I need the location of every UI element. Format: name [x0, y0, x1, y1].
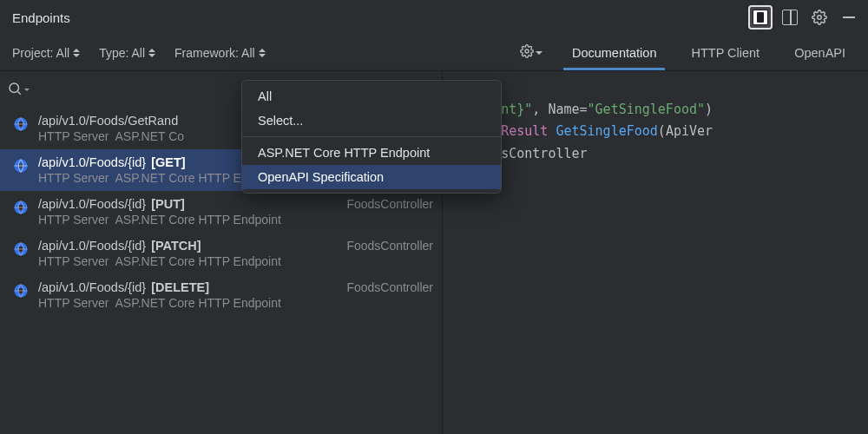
chevron-updown-icon [259, 49, 267, 57]
header-toolbar [748, 5, 861, 30]
endpoint-row[interactable]: /api/v1.0/Foods/{id} [PUT] FoodsControll… [0, 191, 442, 233]
project-filter[interactable]: Project: All [3, 43, 90, 63]
tab-documentation[interactable]: Documentation [556, 35, 673, 70]
chevron-down-icon[interactable] [24, 89, 30, 91]
framework-filter[interactable]: Framework: All [166, 43, 276, 63]
endpoint-path: /api/v1.0/Foods/{id} [38, 239, 146, 253]
endpoint-icon [12, 199, 30, 216]
popup-item-select[interactable]: Select... [242, 108, 501, 133]
documentation-panel: et] ("{id:int}", Name="GetSingleFood") A… [443, 71, 868, 434]
controller-name: FoodsController [346, 239, 433, 253]
svg-point-0 [818, 16, 822, 20]
tab-openapi[interactable]: OpenAPI [779, 35, 861, 70]
http-method: [PUT] [151, 197, 185, 211]
search-icon[interactable] [7, 81, 23, 99]
chevron-updown-icon [148, 49, 157, 57]
endpoint-path: /api/v1.0/Foods/GetRand [38, 114, 178, 128]
controller-name: FoodsController [346, 197, 433, 211]
http-method: [GET] [151, 155, 185, 169]
endpoint-row[interactable]: /api/v1.0/Foods/{id} [PATCH] FoodsContro… [0, 233, 442, 274]
svg-point-2 [10, 83, 19, 93]
type-filter[interactable]: Type: All [90, 43, 166, 63]
separator [242, 136, 501, 137]
endpoint-path: /api/v1.0/Foods/{id} [38, 280, 146, 294]
endpoint-row[interactable]: /api/v1.0/Foods/{id} [DELETE] FoodsContr… [0, 274, 442, 316]
http-method: [PATCH] [151, 239, 201, 253]
popup-item-all[interactable]: All [242, 84, 501, 108]
svg-point-1 [525, 49, 529, 53]
toolbar-settings-dropdown[interactable] [520, 44, 542, 61]
dock-right-button[interactable] [748, 5, 773, 30]
controller-name: FoodsController [346, 280, 433, 294]
endpoint-icon [12, 282, 30, 299]
endpoint-icon [12, 240, 30, 258]
endpoint-path: /api/v1.0/Foods/{id} [38, 197, 146, 211]
split-view-button[interactable] [778, 5, 802, 30]
popup-item-openapi[interactable]: OpenAPI Specification [242, 165, 501, 189]
endpoint-icon [12, 157, 30, 174]
code-snippet: et] ("{id:int}", Name="GetSingleFood") A… [446, 76, 865, 165]
filters-toolbar: Project: All Type: All Framework: All Do… [0, 35, 868, 71]
chevron-down-icon [536, 51, 542, 55]
tab-http-client[interactable]: HTTP Client [675, 35, 775, 70]
framework-filter-popup: All Select... ASP.NET Core HTTP Endpoint… [241, 80, 502, 194]
chevron-updown-icon [73, 49, 82, 57]
popup-item-aspnet[interactable]: ASP.NET Core HTTP Endpoint [242, 141, 501, 165]
endpoint-path: /api/v1.0/Foods/{id} [38, 155, 146, 169]
endpoint-icon [12, 115, 30, 133]
window-title: Endpoints [12, 10, 70, 25]
gear-icon [520, 44, 534, 61]
http-method: [DELETE] [151, 280, 209, 294]
settings-button[interactable] [807, 5, 832, 30]
minimize-button[interactable] [837, 5, 861, 30]
